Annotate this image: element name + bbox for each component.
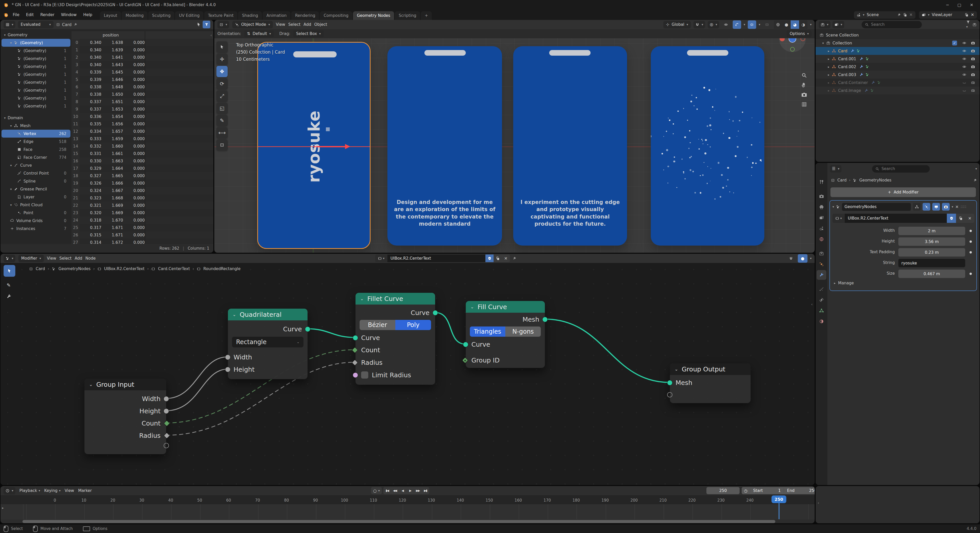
chevron-down-icon[interactable]: ▾ — [822, 41, 824, 45]
mode-dropdown[interactable]: Object Mode▾ — [232, 21, 273, 28]
limit-radius-checkbox[interactable] — [361, 371, 368, 379]
jump-to-end-button[interactable]: ▶▮ — [422, 487, 429, 494]
outliner-row-card[interactable]: ▸Card — [816, 47, 980, 55]
node-header[interactable]: ⌄Group Output — [670, 363, 751, 375]
tool-annotate[interactable]: ✎ — [216, 115, 228, 126]
chevron-right-icon[interactable]: ▸ — [828, 73, 829, 76]
snapping-toggle[interactable] — [787, 254, 795, 263]
spreadsheet-tree-item[interactable]: (Geometry)1 — [2, 62, 70, 70]
breadcrumb-item[interactable]: UIBox.R2.CenterText — [104, 267, 145, 271]
animate-dot[interactable] — [969, 273, 972, 275]
shading-solid-button[interactable]: ● — [782, 21, 791, 29]
editor-type-button[interactable]: ▾ — [218, 21, 229, 28]
table-row[interactable]: 130.3331.6590.000 — [72, 135, 213, 142]
node-quadrilateral[interactable]: ⌄Quadrilateral Curve Rectangle⌄ Width He… — [228, 309, 308, 379]
tab-scene[interactable] — [817, 224, 826, 233]
size-value-field[interactable]: 0.467 m — [898, 270, 965, 278]
tab-modeling[interactable]: Modeling — [122, 11, 148, 20]
copy-node-group-button[interactable] — [493, 255, 502, 262]
node-header[interactable]: ⌄Quadrilateral — [228, 309, 307, 320]
menu-select[interactable]: Select — [59, 256, 72, 261]
panel-expand-arrow[interactable]: ‹ — [818, 501, 819, 505]
node-group-name-field[interactable]: UIBox.R2.CenterText — [845, 214, 947, 223]
geometry-nodes-icon[interactable] — [865, 57, 869, 61]
breadcrumb-object[interactable]: Card — [837, 178, 846, 183]
outliner-row-card-image[interactable]: ▸Card.Image✕ — [816, 86, 980, 94]
menu-add[interactable]: Add — [304, 22, 311, 27]
spreadsheet-tree-item[interactable]: Face258 — [2, 145, 70, 153]
breadcrumb-item[interactable]: RoundedRectangle — [204, 267, 241, 271]
chevron-right-icon[interactable]: ▸ — [828, 57, 829, 61]
unlink-node-group-button[interactable]: ✕ — [965, 214, 974, 223]
hidden-eye-icon[interactable] — [963, 81, 966, 84]
socket-virtual-output[interactable] — [164, 443, 169, 448]
chevron-right-icon[interactable]: ▸ — [828, 89, 829, 92]
cursor-filter-icon[interactable] — [197, 22, 201, 27]
tab-object[interactable] — [817, 259, 826, 269]
tab-compositing[interactable]: Compositing — [320, 11, 352, 20]
fillet-mode-poly-button[interactable]: Poly — [395, 320, 431, 330]
table-row[interactable]: 50.3391.6460.000 — [72, 76, 213, 83]
geometry-node-editor[interactable]: ⌄Group Input Width Height Count Radius ⌄… — [0, 254, 815, 485]
xray-toggle[interactable] — [763, 21, 771, 29]
spreadsheet-tree-item[interactable]: ▾(Geometry) — [2, 39, 70, 47]
table-row[interactable]: 80.3371.6510.000 — [72, 98, 213, 105]
tab-material[interactable] — [817, 317, 826, 326]
outliner-row-card-container[interactable]: ▸Card.Container✕ — [816, 79, 980, 86]
string-input-field[interactable]: ryosuke — [898, 259, 965, 267]
fake-user-shield-toggle[interactable] — [947, 214, 956, 223]
options-dropdown[interactable]: Options▾ — [787, 30, 811, 38]
pin-icon[interactable] — [512, 256, 516, 260]
card-4[interactable] — [651, 46, 764, 245]
previous-keyframe-button[interactable]: ◀◀ — [391, 487, 399, 494]
transform-orientation-dropdown[interactable]: ⊹ Global▾ — [663, 21, 691, 28]
editor-type-button[interactable]: ▾ — [3, 21, 15, 28]
disable-render-camera-icon[interactable] — [971, 49, 975, 53]
hide-eye-icon[interactable] — [963, 57, 966, 61]
socket-virtual-input[interactable] — [667, 392, 673, 398]
spreadsheet-tree-item[interactable]: (Geometry)1 — [2, 70, 70, 78]
outliner-row-scene-collection[interactable]: Scene Collection — [816, 31, 980, 39]
pin-icon[interactable] — [897, 13, 901, 17]
hide-eye-icon[interactable] — [963, 49, 966, 53]
node-tool-annotate[interactable]: ✎ — [6, 282, 11, 288]
socket-height-output[interactable] — [164, 409, 169, 414]
tab-object-data[interactable] — [817, 306, 826, 315]
table-row[interactable]: 100.3361.6540.000 — [72, 113, 213, 120]
editor-type-button[interactable]: ▾ — [3, 255, 15, 262]
unlink-node-group-button[interactable]: ✕ — [502, 255, 510, 262]
spreadsheet-tree-item[interactable]: (Geometry)1 — [2, 94, 70, 102]
spreadsheet-tree-item[interactable]: ▾Mesh — [2, 122, 70, 130]
node-tree-type-dropdown[interactable]: Modifier▾ — [18, 255, 44, 262]
chevron-right-icon[interactable]: ▸ — [828, 81, 829, 84]
filter-toggle-button[interactable] — [203, 21, 210, 28]
breadcrumb-item[interactable]: Card — [36, 267, 45, 271]
geometry-nodes-icon[interactable] — [865, 73, 869, 76]
fill-mode-ngons-button[interactable]: N-gons — [505, 326, 541, 337]
menu-window[interactable]: Window — [61, 13, 76, 17]
menu-render[interactable]: Render — [40, 13, 54, 17]
manage-panel-toggle[interactable]: ▸ Manage — [834, 281, 854, 285]
pin-icon[interactable] — [73, 23, 77, 27]
tab-collection[interactable] — [817, 249, 826, 258]
menu-file[interactable]: File — [13, 13, 19, 17]
table-row[interactable]: 90.3371.6530.000 — [72, 105, 213, 113]
render-display-toggle[interactable] — [942, 203, 950, 211]
render-disabled-camera-icon[interactable]: ✕ — [971, 89, 975, 92]
use-preview-range-icon[interactable]: ◷ — [741, 488, 750, 493]
window-close-button[interactable]: ✕ — [970, 3, 974, 7]
menu-select[interactable]: Select — [288, 22, 301, 27]
table-row[interactable]: 260.3151.6710.000 — [72, 231, 213, 239]
tab-uv-editing[interactable]: UV Editing — [175, 11, 204, 20]
tab-view-layer[interactable] — [817, 213, 826, 223]
close-icon[interactable]: ✕ — [971, 13, 974, 17]
height-value-field[interactable]: 3.56 m — [898, 237, 965, 246]
socket-mesh-output[interactable] — [542, 317, 548, 322]
socket-width-input[interactable] — [225, 355, 231, 360]
play-reverse-button[interactable]: ◀ — [399, 487, 406, 494]
menu-help[interactable]: Help — [83, 13, 92, 17]
disable-render-camera-icon[interactable] — [971, 41, 975, 45]
frame-start-field[interactable]: Start1 — [750, 488, 784, 493]
table-row[interactable]: 140.3321.6600.000 — [72, 142, 213, 150]
pan-hand-icon[interactable] — [801, 82, 807, 88]
